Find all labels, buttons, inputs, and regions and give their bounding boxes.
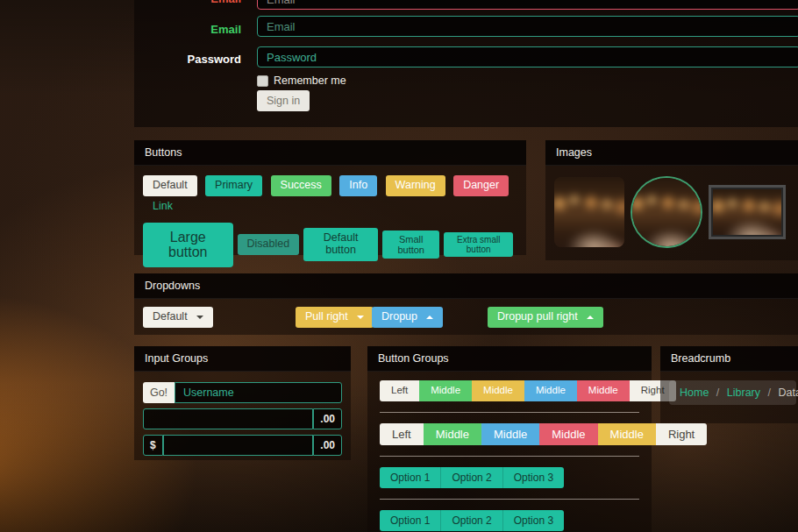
breadcrumb-link-home[interactable]: Home (680, 387, 709, 399)
default-dropdown-button[interactable]: Default (143, 307, 213, 328)
breadcrumb: Home / Library / Data (669, 380, 796, 405)
email-error-input[interactable] (257, 0, 798, 10)
colored-button-group-small: Left Middle Middle Middle Middle Right (380, 380, 676, 401)
email-error-label: Email (134, 0, 241, 5)
default-button[interactable]: Default (143, 175, 197, 196)
input-groups-panel-title: Input Groups (134, 346, 351, 372)
images-panel: Images (545, 140, 798, 260)
group-middle-button[interactable]: Middle (539, 423, 597, 445)
group-middle-button[interactable]: Middle (424, 423, 481, 445)
password-label: Password (134, 53, 241, 66)
caret-up-icon (426, 316, 433, 319)
decimal-addon: .00 (313, 408, 342, 429)
pull-right-dropdown-button[interactable]: Pull right (296, 307, 374, 328)
buttons-panel: Buttons Default Primary Success Info War… (134, 140, 526, 255)
option-1-button[interactable]: Option 1 (380, 510, 440, 531)
circle-image (631, 176, 702, 248)
amount-input[interactable] (143, 408, 313, 429)
caret-down-icon (196, 316, 203, 319)
caret-up-icon (587, 316, 594, 319)
extra-small-button[interactable]: Extra small button (444, 232, 513, 257)
breadcrumb-separator: / (768, 387, 771, 399)
breadcrumb-link-library[interactable]: Library (727, 387, 760, 399)
username-input[interactable] (175, 382, 342, 403)
dropup-button[interactable]: Dropup (372, 307, 443, 328)
group-right-button[interactable]: Right (656, 423, 707, 445)
group-middle-button[interactable]: Middle (524, 380, 577, 401)
default-size-button[interactable]: Default button (303, 228, 378, 261)
disabled-button: Disabled (238, 234, 300, 255)
option-3-button[interactable]: Option 3 (502, 510, 564, 531)
dropdowns-panel-title: Dropdowns (134, 273, 798, 299)
rounded-image (554, 177, 624, 247)
breadcrumb-panel: Breadcrumb Home / Library / Data (660, 346, 798, 423)
sign-in-button[interactable]: Sign in (257, 90, 310, 111)
email-input[interactable] (257, 16, 798, 37)
input-groups-panel: Input Groups Go! .00 $ .00 (134, 346, 351, 460)
option-2-button[interactable]: Option 2 (440, 510, 502, 531)
decimal-addon: .00 (313, 435, 342, 456)
button-groups-panel: Button Groups Left Middle Middle Middle … (367, 346, 652, 532)
theme-preview-page: Email Email Password Remember me Sign in… (0, 0, 798, 532)
link-button[interactable]: Link (143, 196, 182, 217)
primary-button[interactable]: Primary (205, 175, 262, 196)
danger-button[interactable]: Danger (453, 175, 509, 196)
currency-amount-input[interactable] (163, 435, 314, 456)
email-label: Email (134, 23, 241, 36)
large-button[interactable]: Large button (143, 223, 233, 267)
group-middle-button[interactable]: Middle (481, 423, 539, 445)
divider (380, 499, 639, 500)
group-middle-button[interactable]: Middle (419, 380, 472, 401)
option-1-button[interactable]: Option 1 (380, 467, 440, 488)
group-middle-button[interactable]: Middle (598, 423, 656, 445)
caret-down-icon (357, 316, 364, 319)
signin-form-panel: Email Email Password Remember me Sign in (134, 0, 798, 127)
option-button-group: Option 1 Option 2 Option 3 (380, 467, 564, 488)
remember-me-label: Remember me (274, 74, 346, 87)
currency-addon: $ (143, 435, 163, 456)
breadcrumb-panel-title: Breadcrumb (660, 346, 798, 372)
info-button[interactable]: Info (339, 175, 377, 196)
dropup-pull-right-button[interactable]: Dropup pull right (488, 307, 603, 328)
option-button-group: Option 1 Option 2 Option 3 (380, 510, 564, 531)
buttons-panel-title: Buttons (134, 140, 526, 166)
images-panel-title: Images (545, 140, 798, 166)
breadcrumb-current: Data (778, 387, 798, 399)
group-left-button[interactable]: Left (380, 423, 424, 445)
success-button[interactable]: Success (271, 175, 331, 196)
warning-button[interactable]: Warning (386, 175, 445, 196)
go-button[interactable]: Go! (143, 382, 175, 403)
breadcrumb-separator: / (716, 387, 719, 399)
group-middle-button[interactable]: Middle (472, 380, 524, 401)
password-input[interactable] (257, 46, 798, 67)
divider (380, 412, 639, 413)
option-2-button[interactable]: Option 2 (440, 467, 502, 488)
group-middle-button[interactable]: Middle (577, 380, 630, 401)
colored-button-group-default: Left Middle Middle Middle Middle Right (380, 423, 707, 445)
dropdowns-panel: Dropdowns Default Pull right Dropup Drop… (134, 273, 798, 335)
group-left-button[interactable]: Left (380, 380, 419, 401)
button-groups-panel-title: Button Groups (367, 346, 652, 372)
remember-me-checkbox[interactable] (257, 75, 268, 87)
small-button[interactable]: Small button (382, 231, 439, 259)
option-3-button[interactable]: Option 3 (502, 467, 564, 488)
thumbnail-image (709, 185, 786, 239)
divider (380, 456, 639, 457)
